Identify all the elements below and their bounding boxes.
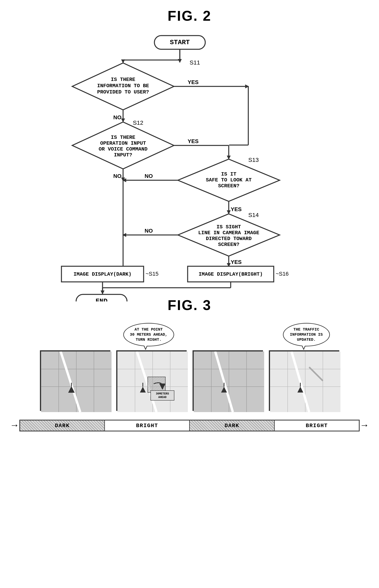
screen4-container: THE TRAFFIC INFORMATION IS UPDATED.	[269, 350, 339, 411]
svg-text:DIRECTED TOWARD: DIRECTED TOWARD	[206, 236, 252, 242]
fig3-title: FIG. 3	[0, 297, 379, 313]
timeline-seg-bright-2: BRIGHT	[275, 421, 359, 431]
svg-text:YES: YES	[188, 79, 199, 85]
svg-text:~S15: ~S15	[146, 271, 158, 277]
svg-text:NO: NO	[145, 228, 153, 234]
svg-text:S12: S12	[133, 119, 143, 126]
svg-text:S14: S14	[248, 212, 259, 218]
svg-text:OPERATION INPUT: OPERATION INPUT	[100, 140, 146, 146]
timeline-segments: DARK BRIGHT DARK BRIGHT	[19, 420, 360, 431]
svg-text:NO: NO	[113, 173, 122, 179]
map-screen-3	[192, 350, 263, 411]
svg-text:IMAGE DISPLAY(DARK): IMAGE DISPLAY(DARK)	[73, 271, 131, 277]
svg-text:INFORMATION TO BE: INFORMATION TO BE	[97, 83, 149, 89]
screen3-container	[192, 350, 263, 411]
timeline-arrow-right-icon: →	[362, 420, 367, 431]
svg-text:YES: YES	[231, 206, 242, 212]
flowchart-svg: START S11 IS THERE INFORMATION TO BE PRO…	[33, 32, 346, 301]
svg-rect-90	[148, 377, 165, 393]
svg-text:SCREEN?: SCREEN?	[218, 183, 239, 189]
svg-text:S13: S13	[248, 157, 259, 163]
screen1-container	[40, 350, 110, 411]
timeline-seg-dark-1: DARK	[20, 421, 105, 431]
svg-text:IS THERE: IS THERE	[111, 77, 135, 83]
timeline-bar: → DARK BRIGHT DARK BRIGHT →	[12, 419, 367, 432]
svg-text:SCREEN?: SCREEN?	[218, 242, 239, 248]
fig2-title: FIG. 2	[0, 8, 379, 24]
svg-text:S11: S11	[190, 59, 200, 66]
svg-text:OR VOICE COMMAND: OR VOICE COMMAND	[99, 146, 147, 152]
svg-text:YES: YES	[231, 259, 242, 265]
svg-text:NO: NO	[145, 173, 153, 179]
svg-text:START: START	[170, 39, 190, 46]
timeline-arrow-left-icon: →	[12, 420, 17, 431]
fig2-section: FIG. 2 START S11 IS THERE INFORMATION TO…	[0, 0, 379, 293]
svg-text:NO: NO	[113, 114, 122, 120]
svg-text:YES: YES	[188, 138, 199, 144]
speech-bubble-1: AT THE POINT 30 METERS AHEAD, TURN RIGHT…	[123, 323, 174, 346]
fig3-diagrams: AT THE POINT 30 METERS AHEAD, TURN RIGHT…	[0, 321, 379, 411]
svg-text:IS SIGHT: IS SIGHT	[216, 224, 241, 230]
fig3-section: FIG. 3	[0, 293, 379, 432]
map-screen-1	[40, 350, 110, 411]
svg-text:~S16: ~S16	[276, 271, 289, 277]
svg-text:PROVIDED TO USER?: PROVIDED TO USER?	[97, 89, 149, 95]
timeline-seg-dark-2: DARK	[190, 421, 275, 431]
svg-text:IS THERE: IS THERE	[111, 134, 135, 140]
map-screen-2: 30METERS AHEAD	[116, 350, 187, 411]
svg-text:30METERS: 30METERS	[156, 392, 169, 395]
speech-bubble-2: THE TRAFFIC INFORMATION IS UPDATED.	[283, 323, 330, 346]
svg-text:INPUT?: INPUT?	[114, 152, 132, 158]
map-screen-4	[269, 350, 339, 411]
svg-text:SAFE TO LOOK AT: SAFE TO LOOK AT	[206, 177, 252, 183]
screen2-container: AT THE POINT 30 METERS AHEAD, TURN RIGHT…	[116, 350, 187, 411]
svg-marker-13	[121, 59, 125, 63]
svg-text:IMAGE DISPLAY(BRIGHT): IMAGE DISPLAY(BRIGHT)	[199, 271, 263, 277]
svg-text:LINE IN CAMERA IMAGE: LINE IN CAMERA IMAGE	[198, 230, 259, 236]
svg-text:AHEAD: AHEAD	[158, 396, 166, 399]
svg-text:IS IT: IS IT	[221, 171, 236, 177]
timeline-seg-bright-1: BRIGHT	[105, 421, 190, 431]
